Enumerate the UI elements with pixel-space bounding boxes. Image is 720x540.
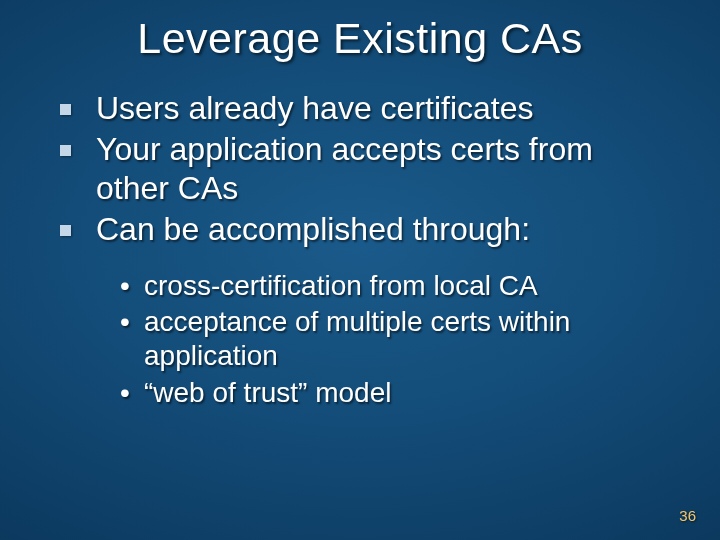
bullet-list: Users already have certificates Your app… <box>60 89 672 249</box>
page-number: 36 <box>679 507 696 524</box>
bullet-item: Users already have certificates <box>60 89 672 128</box>
slide: Leverage Existing CAs Users already have… <box>0 0 720 540</box>
sub-bullet-list: cross-certification from local CA accept… <box>60 269 672 410</box>
slide-title: Leverage Existing CAs <box>0 0 720 63</box>
sub-bullet-item: cross-certification from local CA <box>120 269 672 303</box>
slide-content: Users already have certificates Your app… <box>0 63 720 410</box>
sub-bullet-item: “web of trust” model <box>120 376 672 410</box>
sub-bullet-item: acceptance of multiple certs within appl… <box>120 305 672 373</box>
bullet-item: Can be accomplished through: <box>60 210 672 249</box>
bullet-item: Your application accepts certs from othe… <box>60 130 672 208</box>
